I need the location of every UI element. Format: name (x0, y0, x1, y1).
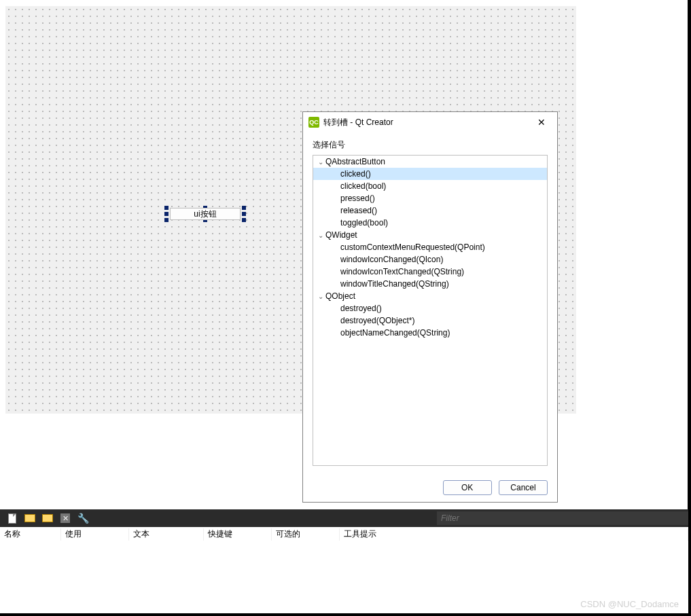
tree-item-label: QWidget (325, 230, 357, 240)
col-text[interactable]: 文本 (129, 528, 204, 541)
tree-item-label: toggled(bool) (340, 218, 388, 228)
signal-tree[interactable]: ⌄QAbstractButton⌄clicked()⌄clicked(bool)… (313, 155, 548, 466)
tree-item-label: windowTitleChanged(QString) (340, 279, 449, 289)
chevron-down-icon[interactable]: ⌄ (316, 156, 325, 168)
tree-item-label: QAbstractButton (325, 157, 385, 166)
action-editor-body[interactable] (0, 541, 688, 600)
frame-border-right (688, 0, 691, 616)
select-signal-label: 选择信号 (303, 132, 557, 155)
col-tooltip[interactable]: 工具提示 (340, 528, 688, 541)
tree-signal-item[interactable]: ⌄pressed() (313, 192, 547, 204)
tree-signal-item[interactable]: ⌄released() (313, 204, 547, 217)
col-shortcut[interactable]: 快捷键 (204, 528, 272, 541)
delete-icon[interactable]: ✕ (58, 511, 72, 525)
tree-item-label: pressed() (340, 194, 375, 203)
tree-signal-item[interactable]: ⌄toggled(bool) (313, 217, 547, 229)
qt-creator-icon: QC (308, 117, 319, 128)
tree-signal-item[interactable]: ⌄windowIconTextChanged(QString) (313, 266, 547, 278)
tree-item-label: windowIconTextChanged(QString) (340, 267, 464, 276)
tree-group[interactable]: ⌄QObject (313, 290, 547, 302)
tree-signal-item[interactable]: ⌄windowIconChanged(QIcon) (313, 253, 547, 266)
chevron-down-icon[interactable]: ⌄ (316, 230, 325, 242)
resize-handle-mr[interactable] (242, 212, 246, 216)
tree-item-label: clicked() (340, 169, 371, 179)
tree-item-label: QObject (325, 291, 355, 301)
close-icon[interactable]: ✕ (531, 113, 552, 132)
wrench-icon[interactable]: 🔧 (76, 511, 90, 525)
tree-item-label: released() (340, 206, 377, 215)
ui-push-button-label: ui按钮 (194, 209, 216, 220)
tree-item-label: destroyed() (340, 304, 382, 313)
dialog-title: 转到槽 - Qt Creator (323, 117, 531, 128)
col-name[interactable]: 名称 (0, 528, 61, 541)
tree-group[interactable]: ⌄QAbstractButton (313, 156, 547, 168)
resize-handle-tl[interactable] (164, 206, 169, 210)
selected-button-widget[interactable]: ui按钮 (164, 206, 246, 222)
col-checkable[interactable]: 可选的 (272, 528, 340, 541)
dialog-titlebar[interactable]: QC 转到槽 - Qt Creator ✕ (303, 112, 557, 132)
tree-group[interactable]: ⌄QWidget (313, 229, 547, 241)
cancel-button[interactable]: Cancel (499, 480, 548, 495)
new-action-icon[interactable] (5, 511, 19, 525)
frame-border-bottom (0, 613, 691, 616)
resize-handle-tr[interactable] (242, 206, 246, 210)
folder-icon[interactable] (23, 511, 37, 525)
chevron-down-icon[interactable]: ⌄ (316, 291, 325, 303)
action-editor-toolbar: ✕ 🔧 (0, 509, 688, 527)
go-to-slot-dialog: QC 转到槽 - Qt Creator ✕ 选择信号 ⌄QAbstractBut… (302, 111, 558, 503)
resize-handle-bl[interactable] (164, 218, 169, 222)
dialog-button-row: OK Cancel (439, 480, 548, 495)
tree-signal-item[interactable]: ⌄objectNameChanged(QString) (313, 327, 547, 339)
resize-handle-ml[interactable] (164, 212, 169, 216)
tree-signal-item[interactable]: ⌄customContextMenuRequested(QPoint) (313, 241, 547, 253)
tree-item-label: windowIconChanged(QIcon) (340, 255, 443, 264)
ok-button[interactable]: OK (443, 480, 492, 495)
folder2-icon[interactable] (41, 511, 54, 525)
tree-signal-item[interactable]: ⌄clicked() (313, 168, 547, 180)
resize-handle-br[interactable] (242, 218, 246, 222)
watermark-text: CSDN @NUC_Dodamce (580, 599, 679, 609)
tree-signal-item[interactable]: ⌄destroyed() (313, 302, 547, 314)
col-used[interactable]: 使用 (61, 528, 129, 541)
tree-signal-item[interactable]: ⌄destroyed(QObject*) (313, 314, 547, 327)
tree-item-label: customContextMenuRequested(QPoint) (340, 242, 485, 252)
ui-push-button[interactable]: ui按钮 (170, 208, 241, 220)
tree-signal-item[interactable]: ⌄clicked(bool) (313, 180, 547, 192)
filter-input[interactable] (437, 511, 688, 525)
tree-item-label: clicked(bool) (340, 181, 386, 191)
tree-item-label: destroyed(QObject*) (340, 316, 414, 325)
tree-signal-item[interactable]: ⌄windowTitleChanged(QString) (313, 278, 547, 290)
tree-item-label: objectNameChanged(QString) (340, 328, 450, 338)
action-editor-columns: 名称 使用 文本 快捷键 可选的 工具提示 (0, 527, 688, 541)
